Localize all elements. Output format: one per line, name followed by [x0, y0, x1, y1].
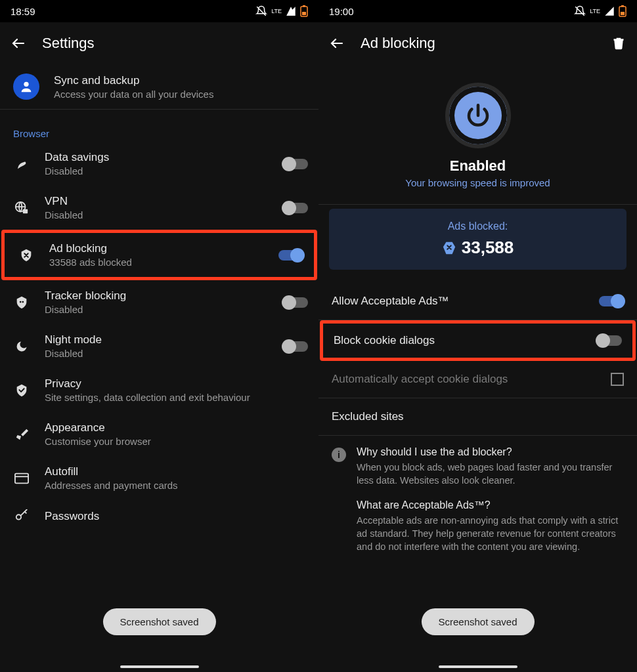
sync-sub: Access your data on all your devices: [54, 89, 308, 100]
signal-icon: [286, 6, 296, 16]
night-toggle[interactable]: [283, 341, 308, 352]
app-bar: Ad blocking: [318, 22, 637, 64]
vpn-sub: Disabled: [45, 209, 269, 220]
privacy-sub: Site settings, data collection and exit …: [45, 392, 308, 403]
lte-indicator: LTE: [271, 9, 282, 14]
vpn-toggle[interactable]: [283, 203, 308, 213]
data-savings-sub: Disabled: [45, 165, 269, 177]
privacy-row[interactable]: Privacy Site settings, data collection a…: [0, 368, 318, 412]
vpn-row[interactable]: VPN Disabled: [0, 186, 318, 230]
power-section: Enabled Your browsing speed is improved: [318, 64, 637, 204]
appearance-row[interactable]: Appearance Customise your browser: [0, 412, 318, 456]
appearance-title: Appearance: [45, 421, 308, 434]
block-cookie-dialogs-row[interactable]: Block cookie dialogs: [323, 324, 632, 358]
svg-point-7: [22, 301, 24, 303]
svg-rect-8: [15, 473, 28, 483]
app-bar: Settings: [0, 22, 318, 64]
clock: 18:59: [11, 6, 35, 17]
block-cookie-label: Block cookie dialogs: [334, 334, 597, 347]
avatar-icon: [13, 74, 39, 100]
shield-check-icon: [13, 383, 30, 398]
status-bar: 19:00 LTE: [318, 0, 637, 22]
divider: [318, 204, 637, 205]
autofill-sub: Addresses and payment cards: [45, 480, 308, 491]
allow-acceptable-toggle[interactable]: [599, 296, 624, 306]
browser-section-label: Browser: [0, 110, 318, 142]
svg-rect-1: [303, 5, 305, 7]
sync-backup-row[interactable]: Sync and backup Access your data on all …: [0, 64, 318, 109]
data-savings-title: Data savings: [45, 151, 269, 164]
faq-q2: What are Acceptable Ads™?: [357, 499, 624, 511]
brush-icon: [13, 427, 30, 442]
svg-rect-2: [302, 12, 306, 15]
card-icon: [13, 472, 30, 484]
data-savings-toggle[interactable]: [283, 159, 308, 169]
faq-q1: Why should I use the ad blocker?: [357, 446, 624, 458]
block-cookie-toggle[interactable]: [597, 335, 622, 346]
ad-blocking-toggle[interactable]: [278, 250, 303, 261]
faq-a2: Acceptable ads are non-annoying ads that…: [357, 514, 624, 554]
tracker-sub: Disabled: [45, 304, 269, 315]
nav-bar: [318, 662, 637, 672]
auto-accept-label: Automatically accept cookie dialogs: [332, 373, 611, 386]
data-savings-row[interactable]: Data savings Disabled: [0, 142, 318, 186]
leaf-icon: [13, 158, 30, 171]
passwords-title: Passwords: [45, 510, 308, 523]
ad-blocking-row[interactable]: Ad blocking 33588 ads blocked: [1, 230, 317, 280]
hexagon-x-icon: [442, 241, 456, 255]
ad-blocking-sub: 33588 ads blocked: [49, 257, 264, 268]
battery-icon: [619, 5, 626, 17]
faq-section: i Why should I use the ad blocker? When …: [318, 436, 637, 564]
enabled-sub: Your browsing speed is improved: [405, 177, 550, 188]
svg-rect-5: [23, 209, 28, 213]
globe-lock-icon: [13, 201, 30, 215]
left-screenshot: 18:59 LTE Settings Sync and backup: [0, 0, 318, 672]
status-bar: 18:59 LTE: [0, 0, 318, 22]
svg-point-3: [24, 82, 28, 87]
tracker-title: Tracker blocking: [45, 289, 269, 303]
lte-indicator: LTE: [590, 9, 600, 14]
appearance-sub: Customise your browser: [45, 436, 308, 447]
tracker-toggle[interactable]: [283, 297, 308, 308]
privacy-title: Privacy: [45, 377, 308, 390]
ad-blocking-title: Ad blocking: [49, 242, 264, 255]
notifications-off-icon: [574, 5, 586, 17]
vpn-title: VPN: [45, 195, 269, 208]
auto-accept-row: Automatically accept cookie dialogs: [318, 361, 637, 398]
battery-icon: [300, 5, 308, 17]
allow-acceptable-label: Allow Acceptable Ads™: [332, 295, 599, 308]
page-title: Settings: [42, 35, 308, 52]
right-screenshot: 19:00 LTE Ad blocking Enable: [318, 0, 637, 672]
svg-rect-13: [621, 12, 625, 15]
toast: Screenshot saved: [102, 608, 215, 635]
power-button[interactable]: [445, 83, 511, 148]
night-title: Night mode: [45, 333, 269, 346]
back-icon[interactable]: [329, 35, 345, 51]
passwords-row[interactable]: Passwords: [0, 500, 318, 533]
ads-blocked-card: Ads blocked: 33,588: [329, 209, 626, 270]
svg-point-10: [16, 514, 21, 519]
back-icon[interactable]: [11, 35, 26, 51]
sync-title: Sync and backup: [54, 74, 308, 87]
auto-accept-checkbox: [611, 373, 624, 386]
nav-bar: [0, 662, 318, 672]
moon-icon: [13, 340, 30, 353]
info-icon: i: [332, 448, 346, 462]
ads-blocked-value: 33,588: [462, 238, 514, 258]
trash-icon[interactable]: [611, 35, 626, 51]
autofill-row[interactable]: Autofill Addresses and payment cards: [0, 456, 318, 500]
key-icon: [13, 509, 30, 524]
tracker-blocking-row[interactable]: Tracker blocking Disabled: [0, 280, 318, 324]
excluded-sites-row[interactable]: Excluded sites: [318, 398, 637, 435]
enabled-label: Enabled: [450, 158, 506, 175]
tracker-icon: [13, 295, 30, 310]
night-sub: Disabled: [45, 348, 269, 359]
ads-blocked-label: Ads blocked:: [341, 220, 615, 232]
signal-icon: [604, 6, 615, 16]
allow-acceptable-ads-row[interactable]: Allow Acceptable Ads™: [318, 283, 637, 320]
svg-point-6: [20, 301, 22, 303]
autofill-title: Autofill: [45, 465, 308, 478]
clock: 19:00: [329, 6, 354, 17]
night-mode-row[interactable]: Night mode Disabled: [0, 324, 318, 368]
faq-a1: When you block ads, web pages load faste…: [357, 461, 624, 488]
